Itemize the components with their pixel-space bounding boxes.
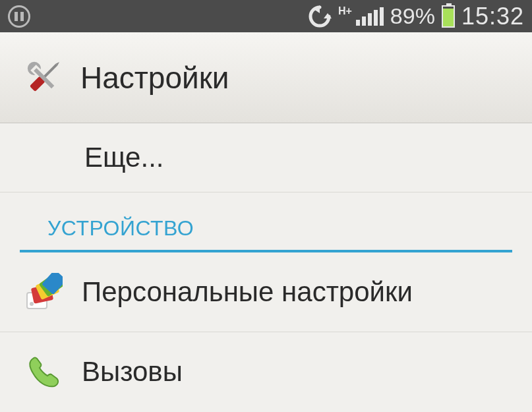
personal-settings-label: Персональные настройки [82, 276, 517, 308]
battery-percentage: 89% [390, 3, 435, 29]
settings-tools-icon [22, 57, 65, 99]
svg-point-11 [30, 302, 34, 306]
personal-settings-item[interactable]: Персональные настройки [0, 252, 532, 332]
sync-icon [308, 5, 332, 28]
settings-list: Еще... УСТРОЙСТВО Персональные настройки… [0, 123, 532, 411]
action-bar: Настройки [0, 32, 532, 123]
battery-icon [442, 5, 455, 28]
more-label: Еще... [84, 142, 163, 173]
theme-swatch-icon [22, 271, 65, 313]
section-header-device: УСТРОЙСТВО [20, 192, 512, 252]
page-title: Настройки [80, 60, 229, 96]
signal-strength-icon [356, 7, 384, 26]
calls-label: Вызовы [82, 356, 517, 388]
status-bar: H+ 89% 15:32 [0, 0, 532, 32]
pause-icon [8, 5, 30, 28]
phone-icon [22, 351, 65, 393]
clock: 15:32 [461, 3, 524, 30]
calls-item[interactable]: Вызовы [0, 332, 532, 411]
network-type-indicator: H+ [338, 6, 352, 16]
more-item[interactable]: Еще... [0, 123, 532, 192]
